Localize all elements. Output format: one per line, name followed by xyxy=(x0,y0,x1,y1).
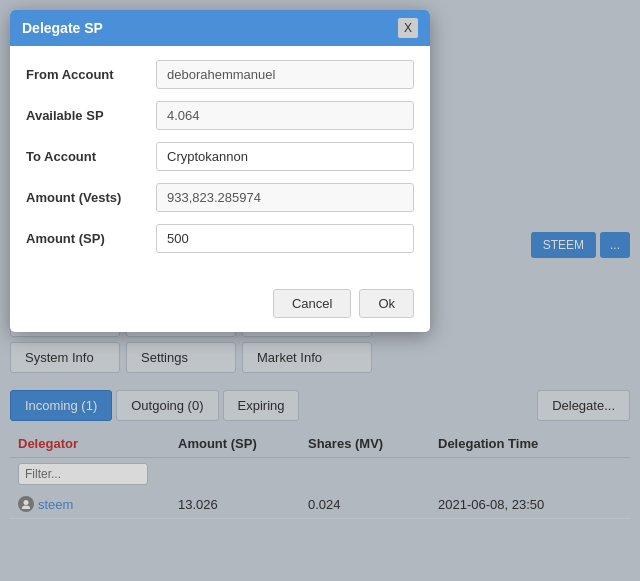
modal-body: From Account Available SP To Account Amo… xyxy=(10,46,430,279)
modal-footer: Cancel Ok xyxy=(10,279,430,332)
modal-overlay: Delegate SP X From Account Available SP … xyxy=(0,0,640,581)
from-account-label: From Account xyxy=(26,67,156,82)
amount-sp-input[interactable] xyxy=(156,224,414,253)
delegate-sp-modal: Delegate SP X From Account Available SP … xyxy=(10,10,430,332)
amount-vests-row: Amount (Vests) xyxy=(26,183,414,212)
cancel-button[interactable]: Cancel xyxy=(273,289,351,318)
amount-sp-row: Amount (SP) xyxy=(26,224,414,253)
available-sp-input xyxy=(156,101,414,130)
amount-vests-input xyxy=(156,183,414,212)
to-account-label: To Account xyxy=(26,149,156,164)
available-sp-label: Available SP xyxy=(26,108,156,123)
ok-button[interactable]: Ok xyxy=(359,289,414,318)
modal-close-button[interactable]: X xyxy=(398,18,418,38)
from-account-input xyxy=(156,60,414,89)
modal-title: Delegate SP xyxy=(22,20,103,36)
amount-vests-label: Amount (Vests) xyxy=(26,190,156,205)
to-account-input[interactable] xyxy=(156,142,414,171)
from-account-row: From Account xyxy=(26,60,414,89)
available-sp-row: Available SP xyxy=(26,101,414,130)
to-account-row: To Account xyxy=(26,142,414,171)
modal-header: Delegate SP X xyxy=(10,10,430,46)
amount-sp-label: Amount (SP) xyxy=(26,231,156,246)
